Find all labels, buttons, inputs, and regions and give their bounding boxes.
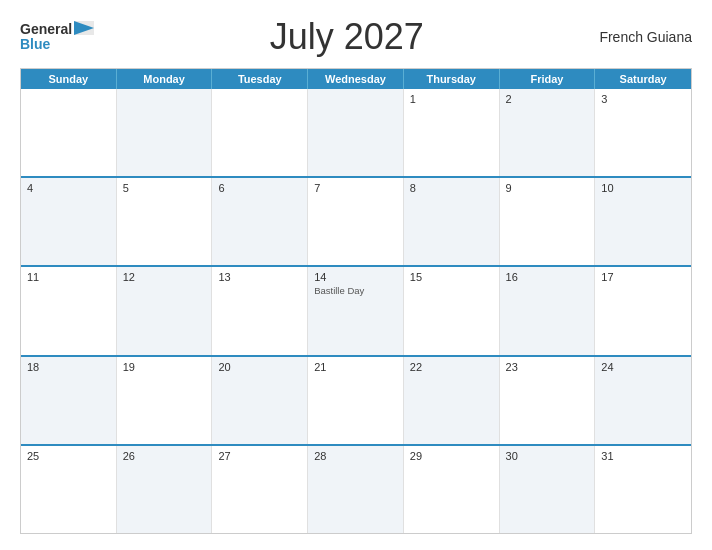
day-cell-6: 6	[212, 178, 308, 265]
day-cell-27: 27	[212, 446, 308, 533]
header-friday: Friday	[500, 69, 596, 89]
header-tuesday: Tuesday	[212, 69, 308, 89]
calendar-week-4: 18 19 20 21 22 23 24	[21, 355, 691, 444]
day-cell-25: 25	[21, 446, 117, 533]
day-cell-16: 16	[500, 267, 596, 354]
day-cell-24: 24	[595, 357, 691, 444]
day-cell-29: 29	[404, 446, 500, 533]
day-cell-28: 28	[308, 446, 404, 533]
day-cell-1: 1	[404, 89, 500, 176]
day-cell	[21, 89, 117, 176]
day-cell-17: 17	[595, 267, 691, 354]
day-cell-9: 9	[500, 178, 596, 265]
day-cell-30: 30	[500, 446, 596, 533]
day-cell-10: 10	[595, 178, 691, 265]
day-cell-8: 8	[404, 178, 500, 265]
day-cell-14: 14 Bastille Day	[308, 267, 404, 354]
day-cell-5: 5	[117, 178, 213, 265]
region-label: French Guiana	[599, 29, 692, 45]
day-cell-22: 22	[404, 357, 500, 444]
day-cell-3: 3	[595, 89, 691, 176]
calendar-week-3: 11 12 13 14 Bastille Day 15 16 17	[21, 265, 691, 354]
day-cell-26: 26	[117, 446, 213, 533]
event-bastille-day: Bastille Day	[314, 285, 397, 296]
day-cell-12: 12	[117, 267, 213, 354]
day-cell-7: 7	[308, 178, 404, 265]
header: General Blue July 2027 French Guiana	[20, 16, 692, 58]
logo-general-text: General	[20, 22, 72, 37]
calendar-header: Sunday Monday Tuesday Wednesday Thursday…	[21, 69, 691, 89]
calendar-week-2: 4 5 6 7 8 9 10	[21, 176, 691, 265]
day-cell-19: 19	[117, 357, 213, 444]
day-cell-31: 31	[595, 446, 691, 533]
day-cell-15: 15	[404, 267, 500, 354]
day-cell	[308, 89, 404, 176]
day-cell	[117, 89, 213, 176]
logo-blue-text: Blue	[20, 37, 50, 52]
day-cell-18: 18	[21, 357, 117, 444]
day-cell-2: 2	[500, 89, 596, 176]
header-sunday: Sunday	[21, 69, 117, 89]
day-cell-13: 13	[212, 267, 308, 354]
day-cell-20: 20	[212, 357, 308, 444]
page: General Blue July 2027 French Guiana Sun…	[0, 0, 712, 550]
calendar-body: 1 2 3 4 5 6 7 8 9 10 11 12 13 14	[21, 89, 691, 533]
header-wednesday: Wednesday	[308, 69, 404, 89]
header-monday: Monday	[117, 69, 213, 89]
calendar-week-5: 25 26 27 28 29 30 31	[21, 444, 691, 533]
calendar: Sunday Monday Tuesday Wednesday Thursday…	[20, 68, 692, 534]
day-cell	[212, 89, 308, 176]
day-cell-11: 11	[21, 267, 117, 354]
day-cell-23: 23	[500, 357, 596, 444]
day-cell-4: 4	[21, 178, 117, 265]
logo-flag-icon	[74, 21, 94, 35]
header-saturday: Saturday	[595, 69, 691, 89]
calendar-week-1: 1 2 3	[21, 89, 691, 176]
header-thursday: Thursday	[404, 69, 500, 89]
day-cell-21: 21	[308, 357, 404, 444]
calendar-title: July 2027	[270, 16, 424, 58]
logo: General Blue	[20, 22, 94, 53]
